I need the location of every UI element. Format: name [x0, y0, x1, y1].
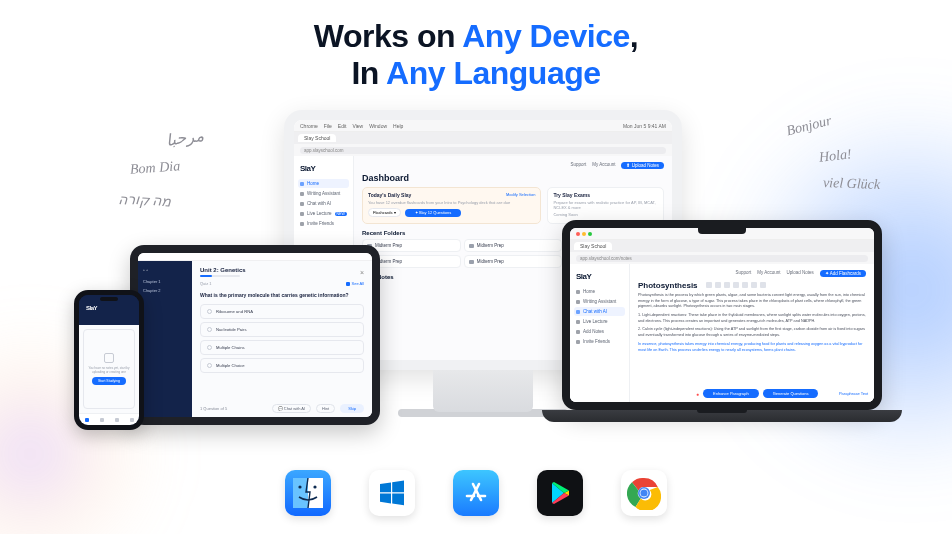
- svg-rect-0: [293, 478, 308, 508]
- empty-state-card: You have no notes yet, start by uploadin…: [83, 329, 135, 409]
- mobile-tabbar: [79, 413, 139, 425]
- headline: Works on Any Device, In Any Language: [0, 0, 952, 92]
- svg-point-3: [313, 485, 316, 488]
- upload-icon: [104, 353, 114, 363]
- quiz-question: What is the primary molecule that carrie…: [200, 292, 364, 298]
- browser-addressbar[interactable]: app.slayschool.com: [294, 144, 672, 156]
- browser-addressbar[interactable]: app.slayschool.com/notes: [576, 255, 868, 262]
- close-icon[interactable]: ×: [360, 269, 364, 276]
- browser-tab[interactable]: Slay School: [574, 242, 612, 250]
- modify-selection-link[interactable]: Modify Selection: [506, 192, 535, 198]
- sidebar-item-home[interactable]: Home: [298, 179, 349, 188]
- tab-3[interactable]: [109, 414, 124, 425]
- tab-4[interactable]: [124, 414, 139, 425]
- flashcards-pill[interactable]: Flashcards ▾: [368, 208, 401, 217]
- sidebar-item-chat[interactable]: Chat with AI: [574, 307, 625, 316]
- platform-icons: [0, 470, 952, 516]
- document-title: Photosynthesis: [638, 281, 698, 290]
- italic-icon: [715, 282, 721, 288]
- windows-icon[interactable]: [369, 470, 415, 516]
- device-ipad: ◦ ◦ Chapter 1 Chapter 2 Unit 2: Genetics…: [130, 245, 380, 425]
- app-logo: SlaY: [298, 162, 349, 179]
- svg-point-2: [298, 485, 301, 488]
- macos-finder-icon[interactable]: [285, 470, 331, 516]
- quiz-option[interactable]: Ribosome and RNA: [200, 304, 364, 319]
- quiz-option[interactable]: Multiple Choice: [200, 358, 364, 373]
- topbar-account[interactable]: My Account: [592, 162, 615, 169]
- page-title: Dashboard: [362, 173, 664, 183]
- link-icon: [751, 282, 757, 288]
- question-counter: 1 Question of 5: [200, 406, 227, 411]
- app-logo: SlaY: [574, 270, 625, 287]
- topbar-support[interactable]: Support: [570, 162, 586, 169]
- align-icon: [742, 282, 748, 288]
- more-icon: [760, 282, 766, 288]
- topbar-account[interactable]: My Account: [757, 270, 780, 277]
- sidebar-item-home[interactable]: Home: [574, 287, 625, 296]
- bold-icon: [706, 282, 712, 288]
- device-macbook: Slay School app.slayschool.com/notes Sla…: [542, 220, 902, 422]
- hint-chip[interactable]: Hint: [316, 404, 335, 413]
- daily-slay-card: Today's Daily Slay Modify Selection You …: [362, 187, 541, 224]
- quiz-option[interactable]: Multiple Chains: [200, 340, 364, 355]
- chat-ai-chip[interactable]: 💬 Chat with AI: [272, 404, 311, 413]
- document-body[interactable]: Photosynthesis is the process by which g…: [638, 293, 866, 353]
- underline-icon: [724, 282, 730, 288]
- chrome-icon[interactable]: [621, 470, 667, 516]
- topbar-support[interactable]: Support: [735, 270, 751, 277]
- sidebar-item-writing[interactable]: Writing Assistant: [574, 297, 625, 306]
- sidebar-item-lecture[interactable]: Live Lecture NEW: [298, 209, 349, 218]
- editor-toolbar[interactable]: [706, 282, 766, 288]
- upload-notes-button[interactable]: ⬆ Upload Notes: [621, 162, 664, 169]
- sidebar-item-invite[interactable]: Invite Friends: [574, 337, 625, 346]
- device-iphone: SlaY You have no notes yet, start by upl…: [74, 290, 144, 430]
- quiz-title: Unit 2: Genetics: [200, 267, 246, 273]
- slay-questions-button[interactable]: ✦ Slay 12 Questions: [405, 209, 462, 217]
- list-icon: [733, 282, 739, 288]
- quiz-tag: Quiz 1: [200, 281, 212, 286]
- add-flashcards-button[interactable]: ✦ Add Flashcards: [820, 270, 866, 277]
- sidebar-item-writing[interactable]: Writing Assistant: [298, 189, 349, 198]
- enhance-paragraph-button[interactable]: Enhance Paragraph: [703, 389, 759, 398]
- app-sidebar: SlaY Home Writing Assistant Chat with AI…: [570, 264, 630, 402]
- generate-questions-button[interactable]: Generate Questions: [763, 389, 819, 398]
- quiz-nav-item[interactable]: Chapter 1: [143, 277, 187, 286]
- quiz-progress: [200, 275, 240, 277]
- mic-icon[interactable]: ●: [696, 391, 699, 397]
- appstore-icon[interactable]: [453, 470, 499, 516]
- tab-home[interactable]: [79, 414, 94, 425]
- exams-card: Try Slay Exams Prepare for exams with re…: [547, 187, 664, 224]
- tab-2[interactable]: [94, 414, 109, 425]
- quiz-sidebar: ◦ ◦ Chapter 1 Chapter 2: [138, 261, 192, 417]
- quiz-nav-item[interactable]: Chapter 2: [143, 286, 187, 295]
- sidebar-item-lecture[interactable]: Live Lecture: [574, 317, 625, 326]
- browser-tabbar: Slay School: [294, 132, 672, 144]
- browser-tab[interactable]: Slay School: [298, 134, 336, 142]
- paraphrase-link[interactable]: Paraphrase Text: [839, 391, 868, 396]
- sidebar-item-chat[interactable]: Chat with AI: [298, 199, 349, 208]
- quiz-option[interactable]: Nucleotide Pairs: [200, 322, 364, 337]
- start-studying-button[interactable]: Start Studying: [92, 377, 126, 385]
- mac-menubar: Chrome File Edit View Window Help Mon Ju…: [294, 120, 672, 132]
- see-all-link[interactable]: See All: [346, 281, 364, 286]
- topbar-upload[interactable]: Upload Notes: [786, 270, 813, 277]
- playstore-icon[interactable]: [537, 470, 583, 516]
- sidebar-item-addnotes[interactable]: Add Notes: [574, 327, 625, 336]
- app-logo: SlaY: [84, 303, 134, 317]
- svg-point-7: [640, 489, 647, 496]
- skip-button[interactable]: Skip: [340, 404, 364, 413]
- sidebar-item-invite[interactable]: Invite Friends: [298, 219, 349, 228]
